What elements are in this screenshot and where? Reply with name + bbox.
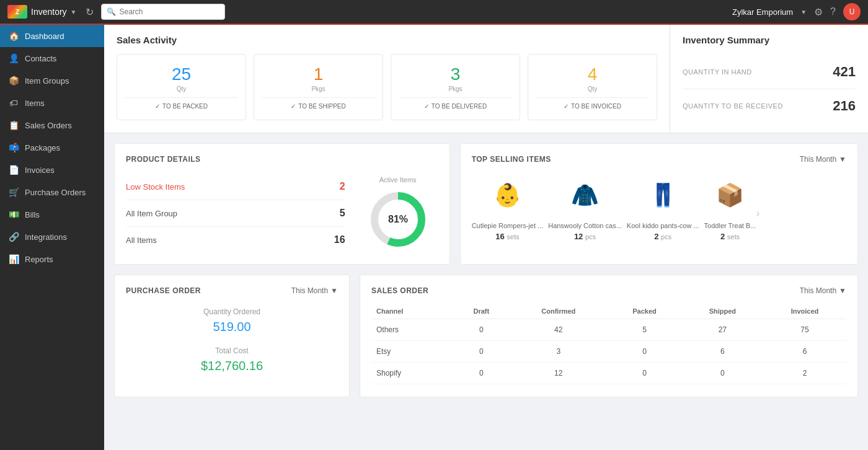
sidebar-item-item-groups[interactable]: 📦 Item Groups — [0, 69, 104, 92]
integrations-icon: 🔗 — [9, 232, 19, 242]
so-others-confirmed: 42 — [510, 319, 607, 341]
sa-invoiced-num: 4 — [536, 64, 649, 84]
so-etsy-packed: 0 — [607, 341, 682, 363]
donut-container: Active Items 81% — [358, 174, 438, 253]
donut-chart: 81% — [367, 188, 429, 250]
ts-header: TOP SELLING ITEMS This Month ▼ — [472, 155, 846, 164]
sales-activity-title: Sales Activity — [117, 35, 657, 45]
inv-row-hand: QUANTITY IN HAND 421 — [683, 55, 856, 89]
sidebar-item-packages[interactable]: 📫 Packages — [0, 136, 104, 159]
so-col-channel: Channel — [371, 304, 453, 319]
app-logo[interactable]: Z Inventory ▼ — [7, 5, 77, 19]
bills-icon: 💵 — [9, 210, 19, 219]
search-bar[interactable]: 🔍 — [101, 4, 225, 20]
app-title: Inventory — [31, 7, 67, 17]
check-icon-packed: ✓ — [155, 103, 160, 110]
inv-label-receive: QUANTITY TO BE RECEIVED — [683, 102, 783, 110]
so-filter-arrow: ▼ — [839, 286, 846, 295]
inventory-summary-title: Inventory Summary — [683, 35, 856, 45]
sa-packed-num: 25 — [125, 64, 238, 84]
sa-packed-label: ✓ TO BE PACKED — [125, 103, 238, 110]
inv-val-hand: 421 — [833, 64, 856, 80]
top-row: Sales Activity 25 Qty ✓ TO BE PACKED — [104, 25, 868, 133]
settings-icon[interactable]: ⚙ — [814, 6, 823, 18]
pd-low-stock-count: 2 — [340, 181, 345, 192]
sidebar-item-bills[interactable]: 💵 Bills — [0, 203, 104, 226]
search-input[interactable] — [120, 7, 219, 16]
sa-card-shipped[interactable]: 1 Pkgs ✓ TO BE SHIPPED — [254, 54, 383, 120]
sa-shipped-label: ✓ TO BE SHIPPED — [262, 103, 375, 110]
sidebar-label-reports: Reports — [25, 255, 53, 264]
sidebar-label-contacts: Contacts — [25, 54, 56, 63]
sa-card-packed[interactable]: 25 Qty ✓ TO BE PACKED — [117, 54, 246, 120]
sa-shipped-divider: ✓ TO BE SHIPPED — [262, 97, 375, 110]
sidebar-item-purchase-orders[interactable]: 🛒 Purchase Orders — [0, 181, 104, 203]
ts-qty-2: 2 pcs — [627, 232, 699, 241]
sidebar-item-contacts[interactable]: 👤 Contacts — [0, 47, 104, 69]
ts-qty-3: 2 sets — [704, 232, 756, 241]
check-icon-shipped: ✓ — [291, 103, 296, 110]
sa-shipped-unit: Pkgs — [262, 86, 375, 92]
sa-card-delivered[interactable]: 3 Pkgs ✓ TO BE DELIVERED — [391, 54, 520, 120]
ts-qty-1: 12 pcs — [548, 232, 622, 241]
so-table: Channel Draft Confirmed Packed Shipped I… — [371, 304, 846, 384]
sidebar-item-sales-orders[interactable]: 📋 Sales Orders — [0, 114, 104, 136]
items-icon: 🏷 — [9, 98, 19, 108]
ts-qty-0: 16 sets — [472, 232, 544, 241]
ts-img-3: 📦 — [708, 174, 751, 217]
so-header: SALES ORDER This Month ▼ — [371, 286, 846, 295]
sidebar-item-invoices[interactable]: 📄 Invoices — [0, 159, 104, 181]
so-etsy-invoiced: 6 — [763, 341, 846, 363]
sidebar-item-reports[interactable]: 📊 Reports — [0, 248, 104, 270]
pd-low-stock-link[interactable]: Low Stock Items — [126, 182, 185, 192]
sa-card-invoiced[interactable]: 4 Qty ✓ TO BE INVOICED — [528, 54, 657, 120]
sidebar-item-integrations[interactable]: 🔗 Integrations — [0, 226, 104, 248]
sa-invoiced-label: ✓ TO BE INVOICED — [536, 103, 649, 110]
product-details-section: PRODUCT DETAILS Low Stock Items 2 All It… — [114, 143, 450, 265]
so-others-channel: Others — [371, 319, 453, 341]
org-dropdown-icon[interactable]: ▼ — [800, 9, 807, 15]
donut-center-text: 81% — [388, 214, 408, 224]
sales-orders-icon: 📋 — [9, 120, 19, 130]
po-title: PURCHASE ORDER — [126, 286, 201, 295]
purchase-orders-icon: 🛒 — [9, 187, 19, 197]
so-etsy-shipped: 6 — [682, 341, 763, 363]
so-filter[interactable]: This Month ▼ — [800, 286, 846, 295]
ts-title: TOP SELLING ITEMS — [472, 155, 551, 164]
purchase-order-section: PURCHASE ORDER This Month ▼ Quantity Ord… — [114, 275, 350, 397]
ts-filter[interactable]: This Month ▼ — [800, 155, 846, 164]
topbar: Z Inventory ▼ ↻ 🔍 Zylkar Emporium ▼ ⚙ ? … — [0, 0, 868, 25]
po-filter[interactable]: This Month ▼ — [291, 286, 338, 295]
sa-delivered-unit: Pkgs — [399, 86, 512, 92]
packages-icon: 📫 — [9, 143, 19, 152]
ts-img-1: 🧥 — [564, 174, 607, 217]
help-icon[interactable]: ? — [830, 6, 836, 17]
po-stat-qty-label: Quantity Ordered — [126, 307, 338, 316]
inv-label-hand: QUANTITY IN HAND — [683, 68, 752, 76]
ts-item-1: 🧥 Hanswooly Cotton cas... 12 pcs — [548, 174, 622, 241]
ts-next-btn[interactable]: › — [756, 195, 760, 220]
refresh-icon[interactable]: ↻ — [86, 6, 94, 18]
main-layout: 🏠 Dashboard 👤 Contacts 📦 Item Groups 🏷 I… — [0, 25, 868, 450]
ts-item-0: 👶 Cutlepie Rompers-jet ... 16 sets — [472, 174, 544, 241]
app-dropdown-icon[interactable]: ▼ — [71, 9, 77, 15]
so-others-invoiced: 75 — [763, 319, 846, 341]
so-others-shipped: 27 — [682, 319, 763, 341]
main-content: Sales Activity 25 Qty ✓ TO BE PACKED — [104, 25, 868, 450]
sa-delivered-label: ✓ TO BE DELIVERED — [399, 103, 512, 110]
user-avatar[interactable]: U — [843, 3, 861, 20]
pd-row-all-groups: All Item Group 5 — [126, 200, 345, 227]
so-col-draft: Draft — [453, 304, 510, 319]
sidebar-item-items[interactable]: 🏷 Items — [0, 92, 104, 114]
sidebar-label-purchase-orders: Purchase Orders — [25, 188, 86, 197]
po-stat-qty-val: 519.00 — [126, 320, 338, 334]
inv-val-receive: 216 — [833, 98, 856, 114]
pd-all-items-label: All Items — [126, 236, 157, 245]
sidebar-item-dashboard[interactable]: 🏠 Dashboard — [0, 25, 104, 47]
so-shopify-invoiced: 2 — [763, 363, 846, 384]
so-col-invoiced: Invoiced — [763, 304, 846, 319]
org-name[interactable]: Zylkar Emporium — [732, 7, 793, 17]
sa-packed-divider: ✓ TO BE PACKED — [125, 97, 238, 110]
search-icon: 🔍 — [107, 7, 116, 16]
middle-row: PRODUCT DETAILS Low Stock Items 2 All It… — [104, 133, 868, 275]
